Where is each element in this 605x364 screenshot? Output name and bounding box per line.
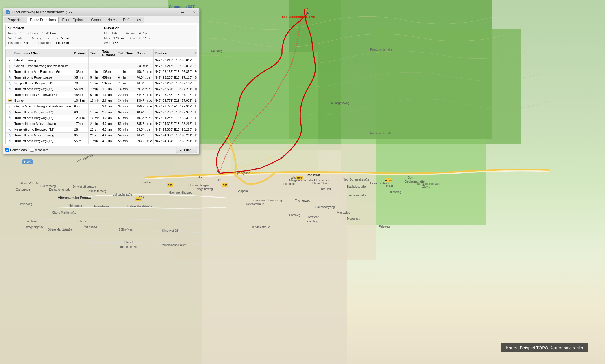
titlebar-controls[interactable]: — □ ✕ bbox=[180, 10, 197, 14]
row-elevation: 869 m bbox=[193, 75, 197, 80]
svg-text:Wadsemeisterweg: Wadsemeisterweg bbox=[416, 182, 440, 185]
row-icon: ● bbox=[6, 57, 13, 63]
row-distance: 28 m bbox=[73, 127, 89, 132]
tab-route-directions[interactable]: Route Directions bbox=[27, 17, 59, 23]
row-position: N47° 23.166' E13° 26.850' bbox=[153, 69, 193, 75]
tab-references[interactable]: References bbox=[120, 17, 144, 23]
tab-bar: Properties Route Directions Route Option… bbox=[3, 16, 199, 23]
row-icon: 🚧 bbox=[6, 98, 13, 103]
row-total-dist: 4.2 km bbox=[101, 127, 117, 132]
svg-text:Rupertgasse: Rupertgasse bbox=[234, 172, 250, 175]
summary-section: Summary Points: 17 Course: 36.4° true Vi… bbox=[5, 25, 197, 47]
row-distance: 1043 m bbox=[73, 98, 89, 103]
row-position: N47° 24.353' E13° 28.291' bbox=[153, 132, 193, 138]
col-icon bbox=[6, 49, 13, 57]
svg-text:Dorf: Dorf bbox=[408, 176, 413, 179]
row-position: N47° 23.217' E13° 26.817' bbox=[153, 57, 193, 63]
course-value: 36.4° true bbox=[42, 31, 56, 36]
print-button[interactable]: 🖨 Print... bbox=[176, 147, 197, 153]
svg-text:Moosallee: Moosallee bbox=[337, 211, 350, 214]
svg-text:Bauholzstraße: Bauholzstraße bbox=[347, 185, 366, 188]
svg-text:Wagnergasse: Wagnergasse bbox=[26, 226, 44, 229]
svg-text:Radstadt: Radstadt bbox=[307, 173, 320, 177]
svg-text:Tandalestraße: Tandalestraße bbox=[252, 226, 270, 229]
row-total-time: 6 min bbox=[117, 75, 135, 80]
row-total-time: 20 min bbox=[117, 92, 135, 98]
maximize-button[interactable]: □ bbox=[186, 10, 191, 14]
bottom-bar: Center Map More Info 🖨 Print... bbox=[3, 146, 199, 154]
svg-text:Brauleit: Brauleit bbox=[321, 187, 331, 191]
row-distance: 560 m bbox=[73, 86, 89, 92]
svg-text:Sinnhub: Sinnhub bbox=[142, 181, 152, 184]
col-distance: Distance bbox=[73, 49, 89, 57]
center-map-checkbox[interactable]: Center Map bbox=[5, 148, 27, 152]
tab-route-options[interactable]: Route Options bbox=[59, 17, 88, 23]
row-time: 5 min bbox=[89, 75, 101, 80]
tab-properties[interactable]: Properties bbox=[4, 17, 27, 23]
svg-text:Birkenweg: Birkenweg bbox=[268, 199, 282, 202]
table-row: ↰ Turn left onto Bergweg (T2) 560 m 7 mi… bbox=[6, 86, 197, 92]
route-dialog: Filzerlehenweg to Radstädterhütte (1770)… bbox=[3, 8, 200, 154]
row-total-time: 34 min bbox=[117, 103, 135, 109]
svg-text:Lohbachstraße: Lohbachstraße bbox=[113, 193, 132, 196]
more-info-label: More Info bbox=[35, 148, 48, 152]
row-elevation: 877 m bbox=[193, 57, 197, 63]
row-course: 150.7° true bbox=[135, 103, 153, 109]
center-map-input[interactable] bbox=[5, 148, 9, 152]
svg-text:NachSchmeeßsraße: NachSchmeeßsraße bbox=[343, 178, 369, 181]
summary-row-points: Points: 17 Course: 36.4° true bbox=[8, 31, 98, 36]
svg-text:Glanerweg: Glanerweg bbox=[253, 199, 267, 202]
row-elevation: 878 m bbox=[193, 80, 197, 86]
row-distance bbox=[73, 57, 89, 63]
svg-text:🚶: 🚶 bbox=[304, 8, 311, 14]
svg-text:Gachwendhofweg: Gachwendhofweg bbox=[169, 191, 192, 194]
svg-text:Obere Marktstraße: Obere Marktstraße bbox=[52, 211, 76, 214]
svg-text:Hauhs­bergweg: Hauhs­bergweg bbox=[315, 205, 335, 209]
table-row: ↖ Keep left onto Bergweg (T2) 28 m 22 s … bbox=[6, 127, 197, 132]
row-course: 16.9° true bbox=[135, 80, 153, 86]
row-elevation: 1175 m bbox=[193, 98, 197, 103]
svg-text:Erlenstraße: Erlenstraße bbox=[94, 205, 109, 208]
row-time bbox=[89, 103, 101, 109]
tab-graph[interactable]: Graph bbox=[88, 17, 104, 23]
svg-text:Obere Marktstraße: Obere Marktstraße bbox=[48, 228, 72, 231]
ascent-value: 937 m bbox=[139, 31, 148, 36]
tab-notes[interactable]: Notes bbox=[104, 17, 120, 23]
table-row: ↱ Turn right onto Münzgrubweg 179 m 2 mi… bbox=[6, 121, 197, 127]
row-time: 1 min bbox=[89, 138, 101, 144]
elevation-title: Elevation bbox=[104, 26, 194, 30]
row-position: N47° 23.531' E13° 27.211' bbox=[153, 86, 193, 92]
row-position: N47° 23.798' E13° 27.973' bbox=[153, 109, 193, 115]
row-name: Keep left onto Bergweg (T2) bbox=[13, 127, 73, 132]
minimize-button[interactable]: — bbox=[180, 10, 185, 14]
distance-value: 5.9 km bbox=[24, 40, 33, 45]
row-time: 22 s bbox=[89, 127, 101, 132]
row-total-dist: 4.2 km bbox=[101, 121, 117, 127]
row-time: 29 s bbox=[89, 132, 101, 138]
table-container[interactable]: Directions / Name Distance Time Total Di… bbox=[5, 49, 197, 144]
svg-text:Ziec...: Ziec... bbox=[422, 185, 430, 188]
table-row: ↰ Turn left onto Rupertgasse 354 m 5 min… bbox=[6, 75, 197, 80]
row-elevation: 1503 m bbox=[193, 132, 197, 138]
descent-label: Descent: bbox=[129, 36, 141, 41]
row-icon: ↰ bbox=[6, 86, 13, 92]
row-course bbox=[135, 57, 153, 63]
row-course: 53.5° true bbox=[135, 127, 153, 132]
course-label: Course: bbox=[28, 31, 40, 36]
table-header-row: Directions / Name Distance Time Total Di… bbox=[6, 49, 197, 57]
row-total-dist: 2.6 km bbox=[101, 103, 117, 109]
close-button[interactable]: ✕ bbox=[192, 10, 197, 14]
row-name: Barrier bbox=[13, 98, 73, 103]
row-course: 344.8° true bbox=[135, 92, 153, 98]
row-distance: 354 m bbox=[73, 75, 89, 80]
more-info-checkbox[interactable]: More Info bbox=[30, 148, 48, 152]
center-map-label: Center Map bbox=[10, 148, 27, 152]
table-row: ↱ Turn right onto Wanderweg 64 485 m 6 m… bbox=[6, 92, 197, 98]
row-time: 7 min bbox=[89, 86, 101, 92]
more-info-input[interactable] bbox=[30, 148, 34, 152]
row-course: 39.5° true bbox=[135, 86, 153, 92]
row-position: N47° 23.230' E13° 27.115' bbox=[153, 75, 193, 80]
row-course: 0.0° true bbox=[135, 63, 153, 69]
svg-text:Buchenweg: Buchenweg bbox=[40, 185, 56, 188]
row-course: 156.2° true bbox=[135, 69, 153, 75]
